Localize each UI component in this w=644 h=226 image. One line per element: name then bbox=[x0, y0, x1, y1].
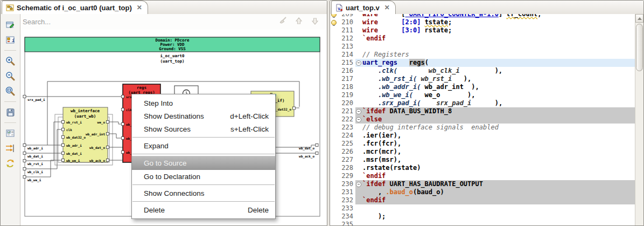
code-line[interactable]: 230`ifdef UART_HAS_BAUDRATE_OUTPUT bbox=[330, 180, 635, 188]
right-tabbar: v uart_top.v ✕ bbox=[330, 1, 643, 15]
svg-text:wb_we_i: wb_we_i bbox=[66, 159, 80, 163]
annotation-gutter bbox=[330, 59, 337, 67]
code-line[interactable]: 209wire [`UART_FIFO_COUNTER_W-1:0] tf_co… bbox=[330, 14, 635, 18]
arrow-down-icon[interactable] bbox=[311, 17, 319, 28]
code-line[interactable]: 210wire [2:0] tstate; bbox=[330, 18, 635, 26]
fold-gutter bbox=[355, 83, 362, 91]
code-line[interactable]: 227.msr(msr), bbox=[330, 156, 635, 164]
code-line[interactable]: 214// Registers bbox=[330, 51, 635, 59]
svg-text:wb_interface: wb_interface bbox=[71, 108, 100, 113]
code-line[interactable]: 225.fcr(fcr), bbox=[330, 140, 635, 148]
scroll-up-icon[interactable] bbox=[635, 14, 643, 23]
code-line[interactable]: 234 ); bbox=[330, 213, 635, 221]
trace-signals-icon[interactable] bbox=[4, 142, 17, 155]
port-square[interactable] bbox=[316, 144, 318, 147]
zoom-fit-icon[interactable] bbox=[4, 85, 17, 98]
code-line[interactable]: 226.mcr(mcr), bbox=[330, 148, 635, 156]
code-line[interactable]: 228.rstate(rstate) bbox=[330, 164, 635, 172]
save-icon[interactable] bbox=[4, 106, 17, 119]
search-input[interactable]: Search... bbox=[23, 18, 278, 26]
fold-marker[interactable] bbox=[355, 115, 362, 124]
code-text: wire [2:0] tstate; bbox=[362, 18, 452, 26]
fold-marker[interactable] bbox=[355, 180, 362, 188]
fold-gutter bbox=[355, 204, 362, 213]
zoom-out-icon[interactable] bbox=[4, 70, 17, 83]
menu-item-show-destinations[interactable]: Show Destinationsd+Left-Click bbox=[132, 109, 275, 122]
annotation-gutter bbox=[330, 91, 337, 99]
code-line[interactable]: 211wire [3:0] rstate; bbox=[330, 26, 635, 35]
code-line[interactable]: 220 .srx_pad_i( srx_pad_i ), bbox=[330, 99, 635, 107]
compare-icon[interactable] bbox=[4, 157, 17, 170]
annotation-gutter bbox=[330, 164, 337, 172]
fold-gutter bbox=[355, 164, 362, 172]
menu-item-label: Show Connections bbox=[144, 189, 269, 197]
code-line[interactable]: 216 .clk( wb_clk_i ), bbox=[330, 67, 635, 75]
fold-gutter bbox=[355, 43, 362, 51]
fold-marker[interactable] bbox=[355, 59, 362, 67]
svg-text:we_o: we_o bbox=[97, 120, 106, 125]
filter-options-icon[interactable] bbox=[4, 127, 17, 140]
annotation-gutter bbox=[330, 51, 337, 59]
fold-gutter bbox=[355, 14, 362, 18]
fold-gutter bbox=[355, 132, 362, 140]
menu-item-label: Show Destinations bbox=[144, 112, 230, 120]
line-number: 214 bbox=[337, 51, 355, 59]
port-square[interactable] bbox=[23, 95, 26, 98]
code-line[interactable]: 213 bbox=[330, 43, 635, 51]
code-line[interactable]: 221`ifdef DATA_BUS_WIDTH_8 bbox=[330, 107, 635, 115]
code-line[interactable]: 219 .wb_we_i( we_o ), bbox=[330, 91, 635, 99]
fold-gutter bbox=[355, 213, 362, 221]
code-line[interactable]: 217 .wb_rst_i( wb_rst_i ), bbox=[330, 75, 635, 83]
code-line[interactable]: 224.ier(ier), bbox=[330, 132, 635, 140]
vertical-scrollbar[interactable] bbox=[635, 14, 643, 225]
code-line[interactable]: 229`endif bbox=[330, 172, 635, 180]
menu-item-go-to-declaration[interactable]: Go to Declaration bbox=[132, 170, 275, 183]
tab-uart-top-v[interactable]: v uart_top.v ✕ bbox=[331, 1, 396, 14]
code-line[interactable]: 212`endif bbox=[330, 35, 635, 43]
code-line[interactable]: 233 bbox=[330, 204, 635, 213]
port-square[interactable] bbox=[23, 152, 26, 155]
tab-close-icon[interactable]: ✕ bbox=[384, 4, 390, 11]
code-editor[interactable]: 209wire [`UART_FIFO_COUNTER_W-1:0] tf_co… bbox=[330, 14, 643, 225]
menu-item-expand[interactable]: Expand bbox=[132, 139, 275, 152]
code-line[interactable]: 232`endif bbox=[330, 196, 635, 204]
clear-broom-icon[interactable] bbox=[278, 16, 287, 28]
tab-schematic[interactable]: Schematic of i_oc_uart0 (uart_top) ✕ bbox=[2, 1, 148, 14]
port-square[interactable] bbox=[23, 160, 26, 162]
menu-item-step-into[interactable]: Step Into bbox=[132, 97, 275, 109]
code-line[interactable]: 223// debug interface signals enabled bbox=[330, 124, 635, 132]
port-square[interactable] bbox=[23, 144, 26, 147]
arrow-up-icon[interactable] bbox=[295, 17, 303, 28]
port-square[interactable] bbox=[316, 152, 318, 155]
code-line[interactable]: 231 , .baud_o(baud_o) bbox=[330, 188, 635, 196]
code-text: .wb_rst_i( wb_rst_i ), bbox=[362, 75, 471, 83]
properties-icon[interactable]: i bbox=[4, 33, 17, 46]
menu-item-go-to-source[interactable]: Go to Source bbox=[132, 156, 275, 170]
menu-item-show-connections[interactable]: Show Connections bbox=[132, 187, 275, 200]
annotation-gutter bbox=[330, 115, 337, 124]
code-text: `ifdef UART_HAS_BAUDRATE_OUTPUT bbox=[362, 180, 483, 188]
code-line[interactable]: 215uart_regs regs( bbox=[330, 59, 635, 67]
annotation-gutter bbox=[330, 75, 337, 83]
annotation-gutter bbox=[330, 204, 337, 213]
block-wb-interface[interactable]: wb_interface (uart_wb) wb_rst_i clk wb_d… bbox=[62, 107, 109, 163]
line-number: 216 bbox=[337, 67, 355, 75]
code-text: wire [`UART_FIFO_COUNTER_W-1:0] tf_count… bbox=[362, 14, 541, 18]
menu-item-show-sources[interactable]: Show Sourcess+Left-Click bbox=[132, 122, 275, 135]
fold-marker[interactable] bbox=[355, 107, 362, 115]
code-text: ); bbox=[362, 213, 386, 221]
port-square[interactable] bbox=[23, 168, 26, 170]
svg-text:wb_adr_i: wb_adr_i bbox=[66, 143, 82, 148]
code-text: .mcr(mcr), bbox=[362, 148, 401, 156]
code-line[interactable]: 222`else bbox=[330, 115, 635, 124]
port-square[interactable] bbox=[23, 176, 26, 179]
menu-item-delete[interactable]: DeleteDelete bbox=[132, 203, 275, 216]
code-line[interactable]: 235 bbox=[330, 221, 635, 225]
tab-close-icon[interactable]: ✕ bbox=[137, 4, 142, 11]
annotate-icon[interactable] bbox=[4, 18, 17, 31]
code-text: `endif bbox=[362, 196, 386, 204]
fold-gutter bbox=[355, 99, 362, 107]
zoom-in-icon[interactable] bbox=[4, 54, 17, 67]
scrollbar-thumb[interactable] bbox=[636, 24, 643, 71]
code-line[interactable]: 218 .wb_addr_i( wb_adr_int ), bbox=[330, 83, 635, 91]
